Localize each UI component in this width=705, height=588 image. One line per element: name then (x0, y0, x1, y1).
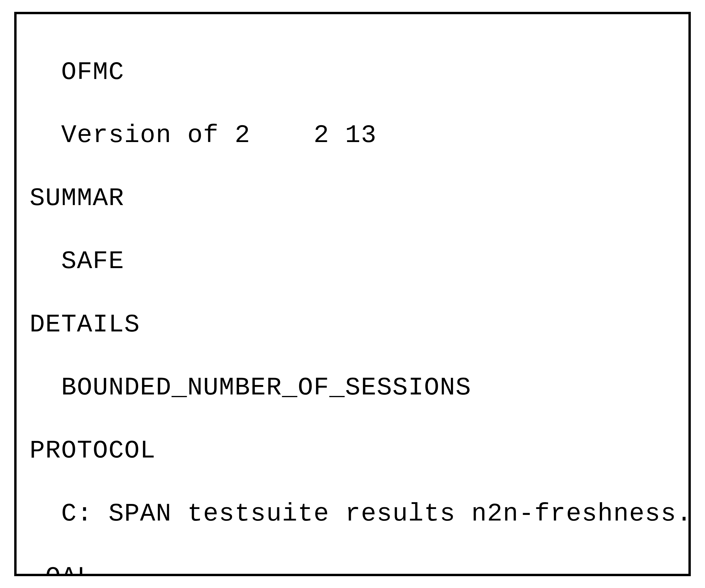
protocol-heading: PROTOCOL (30, 435, 675, 467)
ofmc-output-box: OFMC Version of 2 2 13 SUMMAR SAFE DETAI… (14, 12, 691, 576)
goal-heading: OAL (30, 561, 675, 576)
details-heading: DETAILS (30, 309, 675, 341)
version-line: Version of 2 2 13 (30, 120, 675, 151)
protocol-value: C: SPAN testsuite results n2n-freshness.… (30, 498, 675, 530)
details-value: BOUNDED_NUMBER_OF_SESSIONS (30, 372, 675, 404)
page: OFMC Version of 2 2 13 SUMMAR SAFE DETAI… (0, 0, 705, 588)
summary-heading: SUMMAR (30, 183, 675, 214)
tool-line: OFMC (30, 56, 675, 88)
summary-value: SAFE (30, 245, 675, 277)
